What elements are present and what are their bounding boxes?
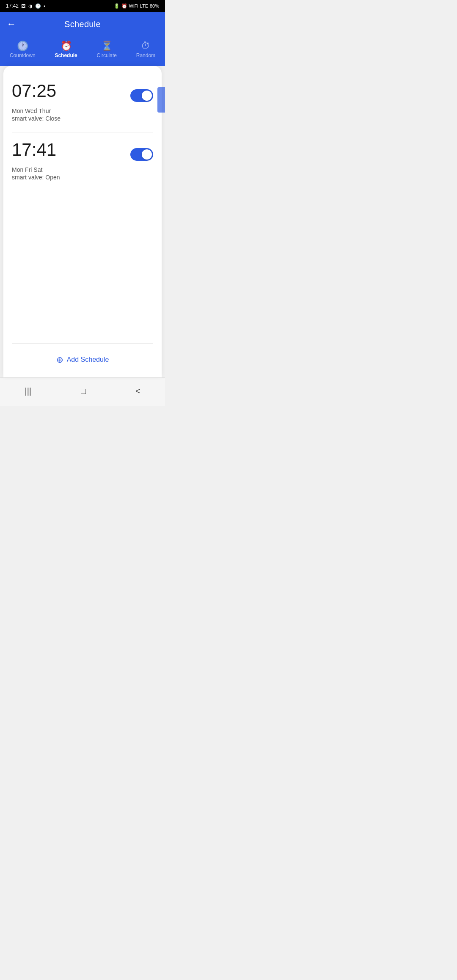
- schedule-time-value-1: 07:25: [12, 81, 56, 101]
- schedule-action-1: smart valve: Close: [12, 115, 153, 122]
- schedule-action-2: smart valve: Open: [12, 174, 153, 181]
- tab-countdown-label: Countdown: [10, 52, 36, 58]
- schedule-days-2: Mon Fri Sat: [12, 166, 153, 173]
- alarm-icon: ⏰: [121, 3, 127, 9]
- status-right: 🔋 ⏰ WiFi LTE 80%: [114, 3, 159, 9]
- add-schedule-button[interactable]: ⊕ Add Schedule: [56, 355, 109, 365]
- wifi-icon: WiFi: [129, 3, 138, 8]
- page-title: Schedule: [64, 19, 101, 29]
- nav-menu-button[interactable]: |||: [16, 384, 40, 399]
- schedule-toggle-2[interactable]: [130, 148, 153, 161]
- schedule-icon: ⏰: [61, 41, 72, 51]
- schedule-item-1: 07:25 Mon Wed Thur smart valve: Close: [12, 76, 153, 129]
- bottom-nav: ||| □ <: [0, 377, 165, 406]
- tab-circulate[interactable]: ⏳ Circulate: [92, 40, 122, 60]
- status-bar: 17:42 🖼 ◑ 🕐 • 🔋 ⏰ WiFi LTE 80%: [0, 0, 165, 12]
- battery-icon: 🔋: [114, 3, 120, 9]
- tab-schedule-label: Schedule: [55, 52, 77, 58]
- circle-icon: ◑: [28, 3, 33, 9]
- toggle-wrap-1: [130, 86, 153, 106]
- battery-level: 80%: [150, 3, 159, 8]
- app-header: ← Schedule: [0, 12, 165, 36]
- status-time: 17:42: [6, 3, 19, 9]
- add-schedule-wrap: ⊕ Add Schedule: [12, 346, 153, 369]
- schedule-time-row-2: 17:41: [12, 140, 153, 165]
- random-icon: ⏱: [141, 41, 150, 51]
- schedule-item-2: 17:41 Mon Fri Sat smart valve: Open: [12, 135, 153, 188]
- nav-home-button[interactable]: □: [72, 384, 94, 399]
- divider-1: [12, 132, 153, 132]
- tab-random-label: Random: [136, 52, 155, 58]
- empty-space: [12, 188, 153, 341]
- schedule-time-row-1: 07:25: [12, 81, 153, 106]
- notification-icon: 🖼: [21, 3, 26, 8]
- divider-2: [12, 343, 153, 344]
- add-circle-icon: ⊕: [56, 355, 63, 365]
- back-button[interactable]: ←: [7, 19, 16, 30]
- tab-countdown[interactable]: 🕐 Countdown: [5, 40, 41, 60]
- countdown-icon: 🕐: [17, 41, 28, 51]
- nav-back-button[interactable]: <: [127, 384, 149, 399]
- schedule-toggle-1[interactable]: [130, 89, 153, 102]
- clock-icon: 🕐: [35, 3, 41, 9]
- tab-random[interactable]: ⏱ Random: [131, 40, 160, 60]
- toggle-wrap-2: [130, 145, 153, 165]
- right-peek: [157, 87, 165, 113]
- circulate-icon: ⏳: [101, 41, 113, 51]
- tab-bar: 🕐 Countdown ⏰ Schedule ⏳ Circulate ⏱ Ran…: [0, 36, 165, 66]
- signal-icon: LTE: [140, 3, 148, 8]
- schedule-time-value-2: 17:41: [12, 140, 56, 160]
- schedule-days-1: Mon Wed Thur: [12, 107, 153, 114]
- dot-icon: •: [44, 3, 45, 8]
- main-card: 07:25 Mon Wed Thur smart valve: Close 17…: [3, 66, 162, 377]
- add-schedule-label: Add Schedule: [67, 356, 109, 363]
- status-left: 17:42 🖼 ◑ 🕐 •: [6, 3, 45, 9]
- tab-schedule[interactable]: ⏰ Schedule: [50, 40, 82, 60]
- tab-circulate-label: Circulate: [97, 52, 117, 58]
